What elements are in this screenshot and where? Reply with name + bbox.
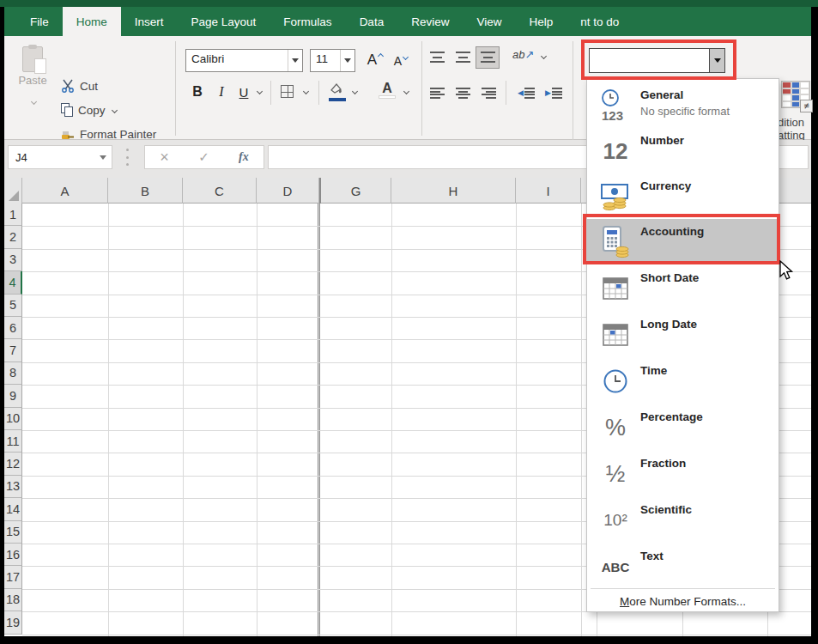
- format-option-accounting[interactable]: Accounting: [587, 219, 779, 264]
- tab-page-layout[interactable]: Page Layout: [178, 7, 270, 36]
- borders-icon[interactable]: [281, 85, 294, 98]
- row-header-2[interactable]: 2: [4, 226, 22, 248]
- format-option-scientific[interactable]: 10²Scientific: [587, 497, 779, 543]
- conditional-label-line1: dition: [778, 116, 815, 129]
- italic-button[interactable]: I: [214, 82, 229, 101]
- format-option-percentage[interactable]: %Percentage: [587, 404, 779, 450]
- row-header-6[interactable]: 6: [4, 317, 22, 339]
- format-option-text[interactable]: ABCText: [587, 544, 779, 582]
- column-header-H[interactable]: H: [391, 178, 516, 204]
- format-option-short-date[interactable]: Short Date: [587, 265, 779, 311]
- enter-icon[interactable]: ✓: [198, 149, 209, 165]
- row-header-15[interactable]: 15: [4, 521, 22, 544]
- decrease-font-size-button[interactable]: A: [391, 50, 411, 72]
- font-size-dropdown-icon[interactable]: [340, 50, 354, 71]
- row-header-3[interactable]: 3: [4, 249, 22, 271]
- paste-dropdown-chevron-icon[interactable]: [30, 99, 36, 105]
- column-header-I[interactable]: I: [516, 178, 581, 204]
- column-header-G[interactable]: G: [319, 178, 391, 204]
- copy-dropdown-chevron-icon[interactable]: [111, 106, 117, 112]
- general-label: General: [640, 88, 683, 101]
- top-align-button[interactable]: [430, 52, 445, 63]
- orientation-dropdown-icon[interactable]: [541, 53, 547, 59]
- more-number-formats-button[interactable]: More Number Formats...: [587, 595, 779, 608]
- number-format-value[interactable]: [590, 49, 709, 72]
- tab-help[interactable]: Help: [515, 7, 567, 36]
- number-format-dropdown-button[interactable]: [709, 49, 724, 72]
- row-header-19[interactable]: 19: [4, 611, 22, 634]
- row-header-10[interactable]: 10: [4, 408, 22, 430]
- row-header-1[interactable]: 1: [4, 204, 22, 226]
- tab-file[interactable]: File: [16, 7, 63, 36]
- format-option-time[interactable]: Time: [587, 358, 779, 404]
- row-header-9[interactable]: 9: [4, 385, 22, 407]
- format-option-long-date[interactable]: Long Date: [587, 312, 779, 357]
- column-header-B[interactable]: B: [108, 178, 183, 204]
- bottom-align-button[interactable]: [481, 52, 495, 63]
- fraction-label: Fraction: [640, 457, 686, 470]
- row-header-16[interactable]: 16: [4, 544, 22, 566]
- row-header-18[interactable]: 18: [4, 589, 22, 611]
- insert-function-icon[interactable]: fx: [239, 150, 249, 164]
- row-header-13[interactable]: 13: [4, 476, 22, 498]
- number-format-combobox[interactable]: [589, 48, 725, 73]
- fill-color-dropdown-icon[interactable]: [352, 88, 358, 94]
- format-option-fraction[interactable]: ½Fraction: [587, 451, 779, 496]
- format-option-number[interactable]: 12Number: [587, 128, 779, 173]
- underline-button[interactable]: U: [236, 82, 251, 101]
- tab-home[interactable]: Home: [63, 7, 121, 36]
- paste-button[interactable]: Paste: [11, 43, 54, 132]
- column-header-D[interactable]: D: [257, 178, 319, 204]
- row-header-12[interactable]: 12: [4, 453, 22, 475]
- align-left-button[interactable]: [430, 88, 445, 99]
- font-color-dropdown-icon[interactable]: [403, 88, 409, 94]
- column-header-A[interactable]: A: [22, 178, 108, 204]
- decrease-indent-button[interactable]: ◀: [518, 88, 535, 99]
- currency-icon: [596, 177, 635, 216]
- formula-bar-resize-dots[interactable]: [126, 149, 129, 166]
- tab-data[interactable]: Data: [346, 7, 398, 36]
- borders-dropdown-icon[interactable]: [303, 88, 309, 94]
- align-right-button[interactable]: [482, 88, 496, 99]
- accounting-icon: [596, 222, 635, 262]
- select-all-corner[interactable]: [4, 178, 22, 204]
- excel-window: FileHomeInsertPage LayoutFormulasDataRev…: [0, 0, 818, 644]
- name-box-dropdown-icon[interactable]: [94, 155, 112, 160]
- font-name-dropdown-icon[interactable]: [288, 50, 302, 71]
- bold-letter: B: [192, 84, 203, 100]
- increase-font-size-button[interactable]: A: [365, 49, 385, 71]
- font-size-combo[interactable]: 11: [310, 49, 355, 72]
- format-option-currency[interactable]: Currency: [587, 173, 779, 219]
- bold-button[interactable]: B: [190, 82, 205, 101]
- cancel-icon[interactable]: ×: [160, 149, 169, 167]
- decrease-font-caret-icon: [403, 53, 409, 59]
- underline-dropdown-icon[interactable]: [257, 88, 263, 94]
- increase-indent-button[interactable]: ▶: [545, 88, 562, 99]
- row-header-5[interactable]: 5: [4, 295, 22, 317]
- orientation-ab-icon: ab: [512, 48, 524, 61]
- row-header-8[interactable]: 8: [4, 362, 22, 385]
- font-name-combo[interactable]: Calibri: [185, 49, 303, 72]
- tab-review[interactable]: Review: [397, 7, 463, 36]
- tab-insert[interactable]: Insert: [121, 7, 178, 36]
- increase-font-letter: A: [367, 52, 377, 69]
- middle-align-button[interactable]: [456, 52, 470, 63]
- row-header-17[interactable]: 17: [4, 566, 22, 588]
- tab-view[interactable]: View: [463, 7, 515, 36]
- long-date-label: Long Date: [640, 318, 697, 331]
- align-center-button[interactable]: [456, 88, 470, 99]
- tab-formulas[interactable]: Formulas: [270, 7, 345, 36]
- row-header-14[interactable]: 14: [4, 498, 22, 520]
- row-header-11[interactable]: 11: [4, 430, 22, 453]
- row-header-7[interactable]: 7: [4, 339, 22, 361]
- font-color-button[interactable]: A: [379, 81, 396, 98]
- fill-color-button[interactable]: [329, 82, 346, 100]
- orientation-button[interactable]: ab↗: [512, 48, 534, 61]
- format-option-general[interactable]: 123GeneralNo specific format: [587, 82, 779, 128]
- copy-button[interactable]: Copy: [61, 100, 117, 119]
- cut-button[interactable]: Cut: [61, 76, 98, 95]
- name-box[interactable]: J4: [8, 145, 112, 169]
- row-header-4[interactable]: 4: [4, 271, 22, 294]
- cut-label: Cut: [80, 80, 98, 93]
- column-header-C[interactable]: C: [183, 178, 257, 204]
